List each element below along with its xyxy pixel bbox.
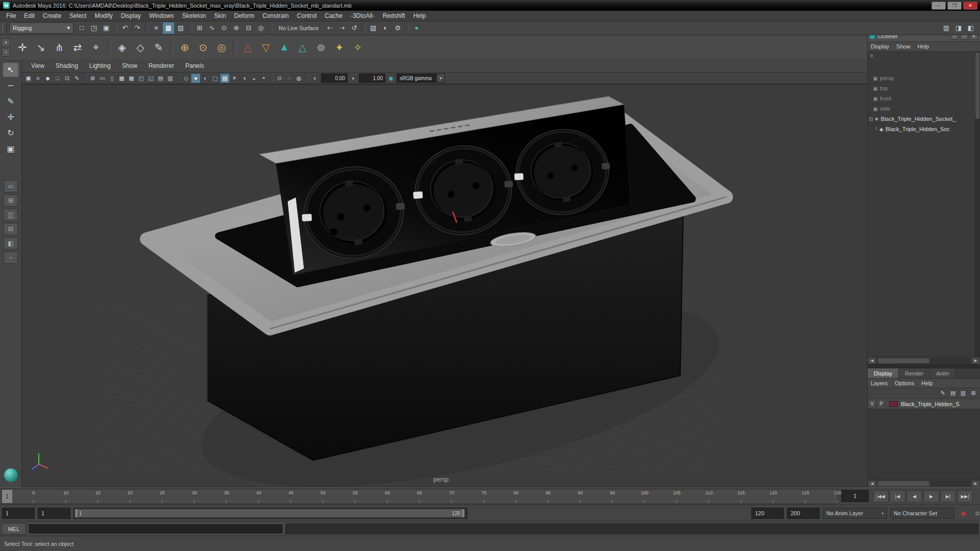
select-by-hierarchy-icon[interactable]: ≡ [150,22,162,34]
command-input[interactable] [28,523,283,534]
render-settings-icon[interactable]: ⚙ [391,22,404,34]
close-button[interactable]: ✕ [963,2,977,10]
scroll-right-icon[interactable]: ▶ [971,357,980,364]
timeline-tick[interactable]: 75 [452,489,484,504]
menubar-item[interactable]: Modify [90,11,116,21]
menubar-item[interactable]: Create [39,11,65,21]
tab-display[interactable]: Display [868,368,899,378]
timeline-tick[interactable]: 100 [612,489,645,504]
deformer-orange-icon[interactable]: ▽ [257,39,275,56]
lasso-tool[interactable]: ∽ [3,78,19,93]
menubar-item[interactable]: -3DtoAll- [347,11,379,21]
construction-history-icon[interactable]: ↺ [348,22,360,34]
menubar-item[interactable]: Display [117,11,145,21]
range-slider[interactable]: 1 120 [74,508,468,519]
gray-utility-icon[interactable]: ⊚ [312,39,330,56]
persp-outliner-layout-button[interactable]: ◧ [4,237,18,249]
paint-skin-weights-icon[interactable]: ✎ [150,39,167,56]
go-to-start-button[interactable]: |◀◀ [873,490,889,503]
outliner-menu-item[interactable]: Display [871,43,889,49]
shelf-tab-menu-button[interactable]: ▾ [2,38,10,47]
menubar-item[interactable]: Select [65,11,90,21]
restore-button[interactable]: ❐ [947,2,962,10]
bookmark-icon[interactable]: ◆ [43,73,53,83]
grid-toggle-icon[interactable]: ⊞ [88,73,97,83]
menubar-item[interactable]: Help [409,11,430,21]
outliner-menu-item[interactable]: Show [896,43,911,49]
timeline-tick[interactable]: 60 [355,489,387,504]
scroll-left-icon[interactable]: ◀ [868,480,876,487]
layer-color-swatch[interactable] [889,401,898,407]
character-set-dropdown[interactable]: No Character Set [890,508,954,519]
viewport-3d[interactable]: persp [21,84,868,487]
xray-icon[interactable]: ◌ [284,73,294,83]
bounding-box-icon[interactable]: ▢ [210,73,220,83]
timeline-tick[interactable]: 85 [516,489,548,504]
timeline-tick[interactable]: 130 [805,489,838,504]
layer-playback-toggle[interactable]: P [877,399,886,409]
parent-constraint-icon[interactable]: ⊕ [176,39,193,56]
timeline-tick[interactable]: 10 [34,489,66,504]
timeline-tick[interactable]: 110 [677,489,709,504]
two-pane-stacked-layout-button[interactable]: ⊟ [4,223,18,235]
move-tool[interactable]: ✛ [3,109,19,124]
rotate-tool[interactable]: ↻ [3,125,19,140]
four-pane-layout-button[interactable]: ⊞ [4,194,18,207]
output-connections-icon[interactable]: ⇢ [336,22,348,34]
timeline-tick[interactable]: 5 [2,489,34,504]
timeline-tick[interactable]: 80 [484,489,516,504]
menubar-item[interactable]: Skeleton [178,11,210,21]
timeline-tick[interactable]: 45 [259,489,291,504]
grease-pencil-icon[interactable]: ✎ [72,73,82,83]
camera-attributes-icon[interactable]: ≡ [33,73,43,83]
hud-toggle-icon[interactable]: ▤ [156,73,165,83]
outliner-item-side[interactable]: ▣ side [869,104,974,114]
panel-menu-item[interactable]: Panels [180,62,210,69]
select-tool[interactable]: ↖ [3,62,19,77]
timeline-tick[interactable]: 95 [580,489,612,504]
exposure-icon[interactable]: ◖ [310,73,320,83]
detach-skin-icon[interactable]: ◇ [132,39,149,56]
field-chart-icon[interactable]: ▦ [127,73,136,83]
timeline-tick[interactable]: 25 [130,489,162,504]
panel-menu-item[interactable]: View [26,62,50,69]
point-constraint-icon[interactable]: ⊙ [194,39,212,56]
timeline-tick[interactable]: 50 [291,489,323,504]
layer-menu-item[interactable]: Options [895,380,914,386]
timeline-tick[interactable]: 65 [387,489,420,504]
shelf-options-button[interactable]: ≡ [2,48,10,57]
menubar-item[interactable]: Deform [230,11,258,21]
timeline-tick[interactable]: 125 [773,489,805,504]
panel-menu-item[interactable]: Shading [50,62,84,69]
timeline-tick[interactable]: 70 [420,489,452,504]
flat-shade-icon[interactable]: ◐ [201,73,210,83]
safe-title-icon[interactable]: ◱ [146,73,156,83]
menubar-item[interactable]: Control [293,11,321,21]
current-frame-field[interactable]: 1 [841,490,869,502]
tool-settings-toggle-icon[interactable]: ◧ [965,22,977,34]
object-details-icon[interactable]: ▥ [165,73,175,83]
play-backward-button[interactable]: ◀ [906,490,922,503]
image-plane-icon[interactable]: □ [53,73,62,83]
exposure-field[interactable]: 0.00 [321,73,348,83]
ssao-icon[interactable]: ◒ [249,73,259,83]
timeline-tick[interactable]: 115 [709,489,741,504]
timeline-tick[interactable]: 120 [741,489,773,504]
menubar-item[interactable]: Skin [210,11,230,21]
new-empty-layer-icon[interactable]: ▤ [948,388,958,397]
collapse-layouts-button[interactable]: − [4,252,18,264]
animation-preferences-button[interactable]: ☺ [972,508,980,518]
menubar-item[interactable]: Edit [20,11,39,21]
open-scene-icon[interactable]: ◳ [88,22,100,34]
timeline-tick[interactable]: 90 [548,489,580,504]
new-scene-icon[interactable]: □ [76,22,88,34]
orient-joint-icon[interactable]: ⌖ [87,39,105,56]
keyframe-yellow-icon[interactable]: ✦ [331,39,348,56]
input-connections-icon[interactable]: ⇠ [324,22,336,34]
tab-anim[interactable]: Anim [930,368,955,378]
render-current-frame-icon[interactable]: ▧ [367,22,379,34]
layer-menu-item[interactable]: Help [921,380,933,386]
redo-icon[interactable]: ↷ [131,22,143,34]
textured-icon[interactable]: ▨ [220,73,230,83]
save-scene-icon[interactable]: ▣ [100,22,112,34]
